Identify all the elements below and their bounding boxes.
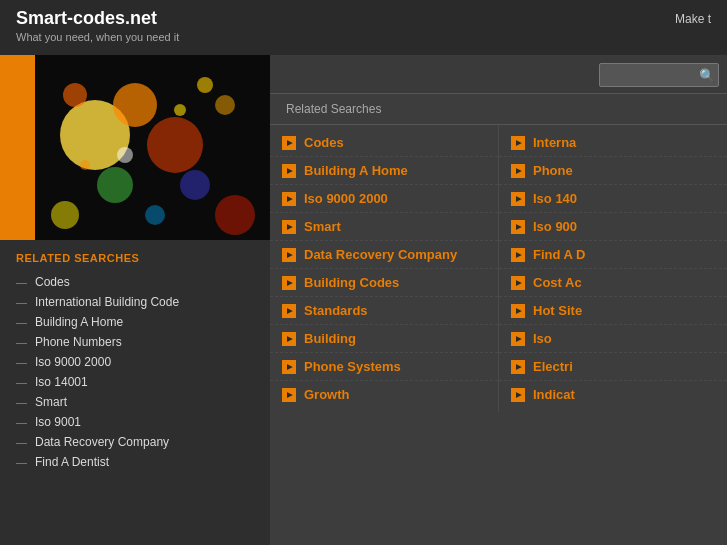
dropdown-item-label: Growth [304,387,350,402]
dropdown-item-icon [282,360,296,374]
dropdown-item-icon [511,388,525,402]
dropdown-item-icon [282,248,296,262]
svg-point-12 [117,147,133,163]
svg-point-6 [63,83,87,107]
sidebar-link-label: Smart [35,395,67,409]
sidebar-link[interactable]: —Iso 9001 [16,412,254,432]
svg-point-8 [215,195,255,235]
orange-strip [0,55,35,240]
dropdown-item[interactable]: Hot Site [499,297,727,325]
hero-bokeh [35,55,270,240]
dropdown-item-label: Building A Home [304,163,408,178]
dropdown-item[interactable]: Electri [499,353,727,381]
sidebar-arrow-icon: — [16,276,27,288]
dropdown-item-label: Cost Ac [533,275,582,290]
svg-point-4 [97,167,133,203]
dropdown-item-icon [282,304,296,318]
dropdown-left-col: CodesBuilding A HomeIso 9000 2000SmartDa… [270,125,499,412]
sidebar: Related Searches —Codes—International Bu… [0,55,270,545]
sidebar-arrow-icon: — [16,456,27,468]
sidebar-links-container: —Codes—International Building Code—Build… [16,272,254,472]
dropdown-item[interactable]: Phone Systems [270,353,498,381]
dropdown-item-label: Interna [533,135,576,150]
sidebar-link[interactable]: —Find A Dentist [16,452,254,472]
search-button[interactable]: 🔍 [699,68,715,83]
dropdown-item[interactable]: Find A D [499,241,727,269]
dropdown-item[interactable]: Growth [270,381,498,408]
dropdown-item[interactable]: Interna [499,129,727,157]
sidebar-link-label: International Building Code [35,295,179,309]
sidebar-arrow-icon: — [16,436,27,448]
search-bar[interactable]: 🔍 [599,63,719,87]
dropdown-item-label: Iso [533,331,552,346]
dropdown-item[interactable]: Iso 9000 2000 [270,185,498,213]
dropdown-item[interactable]: Smart [270,213,498,241]
dropdown-item-label: Iso 9000 2000 [304,191,388,206]
sidebar-arrow-icon: — [16,316,27,328]
dropdown-item[interactable]: Phone [499,157,727,185]
dropdown-item-icon [282,164,296,178]
dropdown-item[interactable]: Iso [499,325,727,353]
dropdown-right-col: InternaPhoneIso 140Iso 900Find A DCost A… [499,125,727,412]
sidebar-link[interactable]: —Codes [16,272,254,292]
sidebar-link-label: Iso 9000 2000 [35,355,111,369]
dropdown-item-label: Building Codes [304,275,399,290]
hero-image-area [0,55,270,240]
svg-point-7 [215,95,235,115]
sidebar-link[interactable]: —Iso 9000 2000 [16,352,254,372]
dropdown-item-label: Standards [304,303,368,318]
dropdown-item[interactable]: Iso 900 [499,213,727,241]
svg-point-11 [197,77,213,93]
dropdown-item-icon [511,360,525,374]
dropdown-item[interactable]: Building Codes [270,269,498,297]
dropdown-item-icon [511,136,525,150]
sidebar-link-label: Iso 14001 [35,375,88,389]
dropdown-item[interactable]: Cost Ac [499,269,727,297]
header-right: Make t [675,8,711,26]
dropdown-item-icon [282,332,296,346]
sidebar-arrow-icon: — [16,416,27,428]
dropdown-item[interactable]: Standards [270,297,498,325]
sidebar-link[interactable]: —International Building Code [16,292,254,312]
dropdown-item-label: Electri [533,359,573,374]
dropdown-item-label: Iso 140 [533,191,577,206]
dropdown-item-icon [511,276,525,290]
dropdown-item[interactable]: Indicat [499,381,727,408]
dropdown-item-label: Find A D [533,247,585,262]
dropdown-item-label: Hot Site [533,303,582,318]
dropdown-item-icon [282,276,296,290]
sidebar-link-label: Codes [35,275,70,289]
svg-point-2 [113,83,157,127]
dropdown-item-label: Building [304,331,356,346]
sidebar-link[interactable]: —Phone Numbers [16,332,254,352]
dropdown-item-label: Iso 900 [533,219,577,234]
sidebar-link[interactable]: —Building A Home [16,312,254,332]
svg-point-13 [80,160,90,170]
sidebar-link[interactable]: —Data Recovery Company [16,432,254,452]
sidebar-link[interactable]: —Iso 14001 [16,372,254,392]
dropdown-item-icon [511,164,525,178]
sidebar-link[interactable]: —Smart [16,392,254,412]
header-left: Smart-codes.net What you need, when you … [16,8,179,43]
sidebar-arrow-icon: — [16,376,27,388]
dropdown-item[interactable]: Building [270,325,498,353]
dropdown-item-icon [282,192,296,206]
header: Smart-codes.net What you need, when you … [0,0,727,55]
sidebar-arrow-icon: — [16,336,27,348]
sidebar-link-label: Find A Dentist [35,455,109,469]
sidebar-arrow-icon: — [16,356,27,368]
dropdown-item-icon [511,304,525,318]
site-subtitle: What you need, when you need it [16,31,179,43]
svg-point-10 [145,205,165,225]
dropdown-columns: CodesBuilding A HomeIso 9000 2000SmartDa… [270,125,727,412]
dropdown-item[interactable]: Iso 140 [499,185,727,213]
sidebar-link-label: Data Recovery Company [35,435,169,449]
dropdown-item[interactable]: Building A Home [270,157,498,185]
svg-point-5 [180,170,210,200]
dropdown-item-icon [511,248,525,262]
main-container: Related Searches —Codes—International Bu… [0,55,727,545]
sidebar-content: Related Searches —Codes—International Bu… [0,240,270,484]
dropdown-item-label: Phone Systems [304,359,401,374]
dropdown-item[interactable]: Data Recovery Company [270,241,498,269]
dropdown-item[interactable]: Codes [270,129,498,157]
